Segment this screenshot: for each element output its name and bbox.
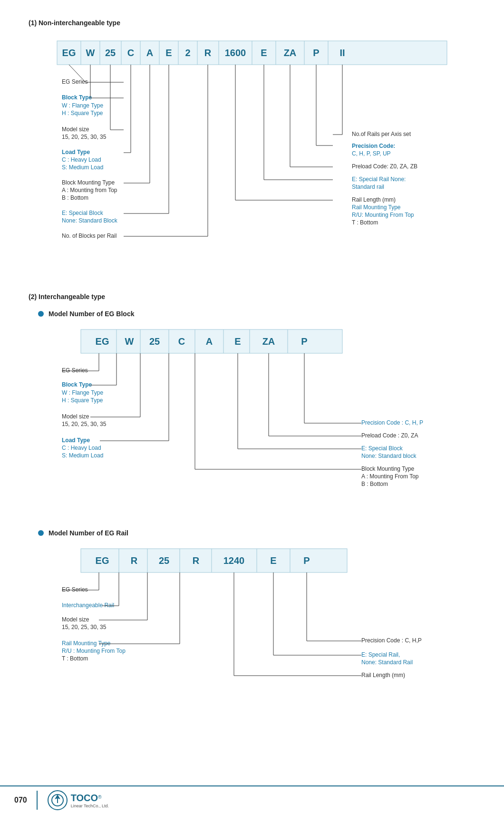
svg-text:R/U : Mounting From Top: R/U : Mounting From Top	[62, 648, 126, 654]
section2-rail-diagram: EG R 25 R 1240 E P EG Series Interchange…	[29, 544, 475, 706]
svg-text:E: E	[165, 48, 172, 58]
svg-text:Rail Length (mm): Rail Length (mm)	[361, 672, 405, 678]
toco-logo-icon	[47, 790, 68, 811]
svg-text:EG: EG	[96, 336, 109, 347]
svg-text:E: Special Block: E: Special Block	[361, 445, 403, 452]
svg-text:15, 20, 25, 30, 35: 15, 20, 25, 30, 35	[62, 624, 107, 630]
svg-text:R: R	[204, 48, 212, 58]
svg-text:W: W	[86, 48, 95, 58]
svg-text:Interchangeable Rail: Interchangeable Rail	[62, 602, 114, 609]
svg-text:Rail Mounting Type: Rail Mounting Type	[62, 640, 111, 647]
svg-text:B : Bottom: B : Bottom	[361, 481, 388, 487]
svg-text:C : Heavy Load: C : Heavy Load	[62, 445, 101, 451]
svg-text:A: A	[146, 48, 153, 58]
section2-title: (2) Interchangeable type	[29, 293, 475, 300]
svg-text:EG: EG	[62, 48, 76, 58]
footer-divider	[37, 791, 38, 810]
svg-text:R: R	[131, 555, 138, 566]
svg-text:C: C	[127, 48, 134, 58]
svg-text:None: Standard Rail: None: Standard Rail	[361, 659, 413, 666]
svg-text:No. of Blocks per Rail: No. of Blocks per Rail	[62, 233, 116, 239]
svg-text:P: P	[313, 48, 319, 58]
svg-text:R/U: Mounting From Top: R/U: Mounting From Top	[352, 212, 414, 218]
svg-text:A: A	[206, 336, 213, 347]
section1-diagram: EG W 25 C A E 2 R 1600	[29, 36, 475, 264]
svg-text:EG Series: EG Series	[62, 586, 88, 593]
svg-text:H : Square Type: H : Square Type	[62, 397, 103, 404]
svg-text:Standard rail: Standard rail	[352, 184, 384, 190]
svg-text:Precision Code:: Precision Code:	[352, 143, 395, 149]
svg-text:Block Mounting Type: Block Mounting Type	[361, 465, 415, 472]
svg-text:C, H, P, SP, UP: C, H, P, SP, UP	[352, 150, 391, 157]
svg-text:A : Mounting From Top: A : Mounting From Top	[361, 473, 419, 480]
svg-text:ZA: ZA	[284, 48, 297, 58]
svg-text:None: Standard Block: None: Standard Block	[62, 217, 118, 224]
section2-sub2: Model Number of EG Rail	[48, 529, 128, 537]
svg-text:EG: EG	[96, 555, 109, 566]
svg-text:A : Mounting from Top: A : Mounting from Top	[62, 187, 117, 194]
section2: (2) Interchangeable type Model Number of…	[29, 293, 475, 706]
section2-block-diagram: EG W 25 C A E ZA P EG Series Block Type …	[29, 325, 475, 524]
bullet2-icon	[38, 530, 44, 536]
svg-text:None: Standard block: None: Standard block	[361, 453, 417, 459]
svg-text:H : Square Type: H : Square Type	[62, 110, 103, 116]
svg-text:E: E	[261, 48, 267, 58]
svg-text:25: 25	[159, 555, 169, 566]
svg-text:R: R	[193, 555, 200, 566]
svg-text:C : Heavy Load: C : Heavy Load	[62, 156, 101, 163]
svg-text:2: 2	[185, 48, 190, 58]
svg-text:S: Medium Load: S: Medium Load	[62, 164, 103, 171]
svg-text:Model size: Model size	[62, 126, 89, 133]
svg-text:P: P	[303, 555, 310, 566]
page-content: (1) Non-interchangeable type EG W 25 C A…	[0, 0, 504, 772]
svg-text:Block Mounting Type: Block Mounting Type	[62, 179, 115, 186]
svg-text:T : Bottom: T : Bottom	[62, 655, 88, 662]
svg-text:Model size: Model size	[62, 616, 89, 623]
svg-text:1600: 1600	[225, 48, 246, 58]
svg-text:E: Special Rail None:: E: Special Rail None:	[352, 176, 406, 183]
section2-sub1: Model Number of EG Block	[48, 310, 134, 318]
svg-text:25: 25	[149, 336, 160, 347]
svg-text:S: Medium Load: S: Medium Load	[62, 452, 103, 459]
svg-text:EG Series: EG Series	[62, 78, 88, 85]
svg-text:E: Special Rail,: E: Special Rail,	[361, 651, 400, 658]
svg-text:Precision Code : C, H, P: Precision Code : C, H, P	[361, 419, 423, 426]
svg-text:Load Type: Load Type	[62, 149, 90, 155]
svg-text:15, 20, 25, 30, 35: 15, 20, 25, 30, 35	[62, 421, 107, 427]
svg-text:Rail Mounting Type: Rail Mounting Type	[352, 204, 401, 211]
footer-page-number: 070	[14, 796, 27, 804]
svg-text:1240: 1240	[223, 555, 245, 566]
svg-text:No.of Rails per Axis set: No.of Rails per Axis set	[352, 131, 411, 137]
svg-text:25: 25	[105, 48, 116, 58]
section1-title: (1) Non-interchangeable type	[29, 19, 475, 27]
svg-text:II: II	[339, 48, 345, 58]
svg-text:W : Flange Type: W : Flange Type	[62, 389, 103, 396]
bullet1-icon	[38, 311, 44, 317]
svg-text:P: P	[301, 336, 307, 347]
svg-text:Block Type: Block Type	[62, 381, 92, 388]
svg-text:EG Series: EG Series	[62, 367, 88, 374]
svg-text:15, 20, 25, 30, 35: 15, 20, 25, 30, 35	[62, 134, 107, 140]
svg-text:E: E	[234, 336, 241, 347]
svg-text:Block Type: Block Type	[62, 94, 92, 101]
logo: TOCO® Linear TechCo., Ltd.	[47, 790, 109, 811]
svg-text:Preload Code: Z0, ZA, ZB: Preload Code: Z0, ZA, ZB	[352, 163, 417, 170]
svg-text:E: E	[270, 555, 276, 566]
svg-text:E: Special Block: E: Special Block	[62, 210, 104, 216]
svg-text:C: C	[178, 336, 185, 347]
svg-text:Precision Code : C, H,P: Precision Code : C, H,P	[361, 637, 422, 644]
svg-text:Model size: Model size	[62, 413, 89, 420]
svg-text:W : Flange Type: W : Flange Type	[62, 102, 103, 109]
footer: 070 TOCO® Linear TechCo., Ltd.	[0, 785, 504, 814]
svg-text:Preload Code : Z0, ZA: Preload Code : Z0, ZA	[361, 432, 418, 439]
svg-text:T : Bottom: T : Bottom	[352, 219, 378, 226]
section1: (1) Non-interchangeable type EG W 25 C A…	[29, 19, 475, 264]
svg-text:Rail Length (mm): Rail Length (mm)	[352, 196, 396, 203]
toco-logo-text: TOCO® Linear TechCo., Ltd.	[71, 793, 109, 808]
svg-text:Load Type: Load Type	[62, 437, 90, 444]
logo-subtitle: Linear TechCo., Ltd.	[71, 804, 109, 808]
svg-text:W: W	[125, 336, 134, 347]
svg-text:B : Bottom: B : Bottom	[62, 194, 88, 201]
svg-text:ZA: ZA	[262, 336, 275, 347]
